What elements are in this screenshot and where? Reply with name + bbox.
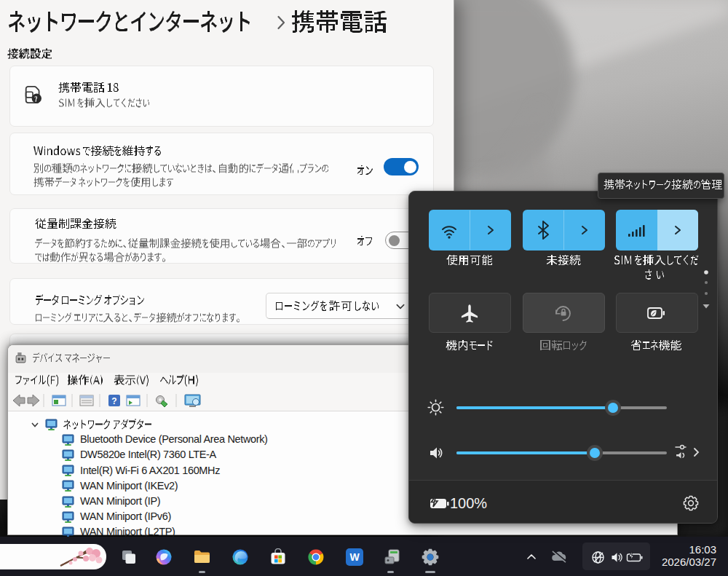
svg-text:?: ? [111, 396, 116, 406]
